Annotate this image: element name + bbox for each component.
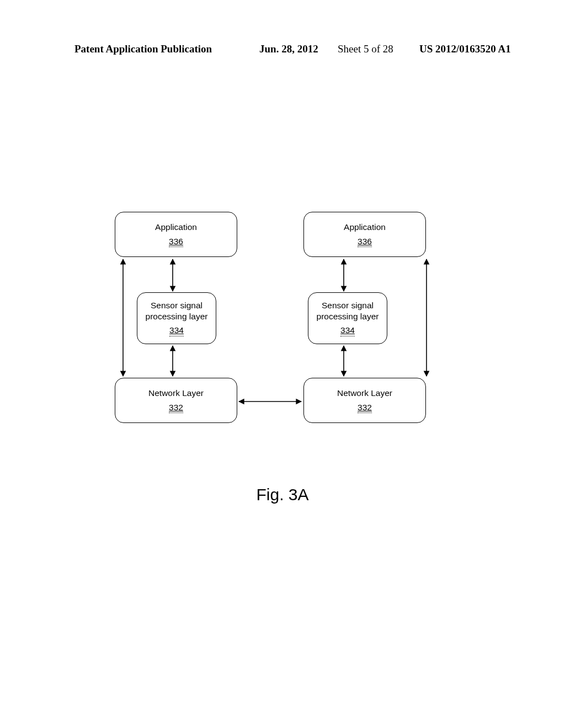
header-date: Jun. 28, 2012 (259, 43, 318, 55)
page: Patent Application Publication Jun. 28, … (0, 0, 565, 728)
header-publication: Patent Application Publication (74, 43, 212, 55)
node-sensor-right: Sensor signal processing layer 334 (308, 292, 387, 344)
node-line1: Sensor signal (322, 300, 374, 311)
node-refnum: 332 (358, 402, 372, 413)
node-sensor-left: Sensor signal processing layer 334 (137, 292, 216, 344)
node-refnum: 334 (340, 325, 355, 336)
figure-label: Fig. 3A (0, 485, 565, 504)
header-sheet: Sheet 5 of 28 (338, 43, 393, 55)
node-title: Application (344, 222, 386, 232)
node-line1: Sensor signal (151, 300, 202, 311)
node-refnum: 332 (169, 402, 183, 413)
node-network-left: Network Layer 332 (115, 378, 237, 423)
diagram: Application 336 Application 336 Sensor s… (110, 210, 444, 447)
node-line2: processing layer (146, 311, 208, 322)
node-network-right: Network Layer 332 (303, 378, 426, 423)
header-patent-number: US 2012/0163520 A1 (419, 43, 511, 55)
node-refnum: 336 (358, 236, 372, 247)
node-title: Network Layer (337, 388, 392, 398)
node-title: Application (155, 222, 197, 232)
node-application-right: Application 336 (303, 212, 426, 257)
node-refnum: 334 (169, 325, 184, 336)
node-refnum: 336 (169, 236, 183, 247)
node-title: Network Layer (148, 388, 204, 398)
node-line2: processing layer (317, 311, 379, 322)
node-application-left: Application 336 (115, 212, 237, 257)
